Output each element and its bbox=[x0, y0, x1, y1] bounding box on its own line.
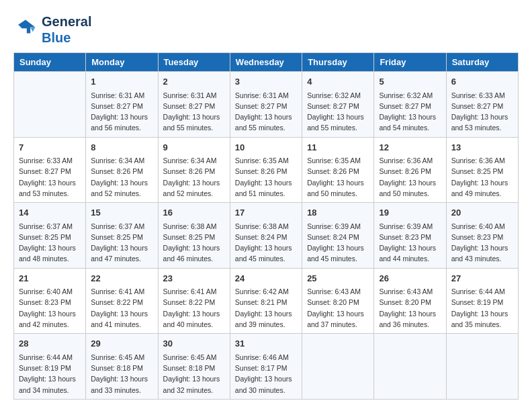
day-number: 24 bbox=[235, 272, 297, 285]
day-number: 2 bbox=[163, 75, 225, 89]
day-number: 18 bbox=[307, 206, 369, 220]
day-cell: 8Sunrise: 6:34 AMSunset: 8:26 PMDaylight… bbox=[86, 137, 158, 203]
day-cell: 15Sunrise: 6:37 AMSunset: 8:25 PMDayligh… bbox=[86, 203, 158, 269]
day-info: Sunrise: 6:42 AMSunset: 8:21 PMDaylight:… bbox=[235, 286, 297, 330]
col-header-saturday: Saturday bbox=[446, 53, 518, 72]
page-header: General Blue bbox=[13, 13, 519, 46]
day-info: Sunrise: 6:39 AMSunset: 8:23 PMDaylight:… bbox=[379, 221, 441, 265]
day-info: Sunrise: 6:41 AMSunset: 8:22 PMDaylight:… bbox=[91, 286, 152, 330]
day-number: 13 bbox=[451, 141, 513, 154]
day-info: Sunrise: 6:34 AMSunset: 8:26 PMDaylight:… bbox=[163, 155, 225, 199]
day-number: 17 bbox=[235, 206, 297, 220]
day-cell: 25Sunrise: 6:43 AMSunset: 8:20 PMDayligh… bbox=[302, 268, 374, 334]
day-cell bbox=[374, 334, 446, 400]
day-number: 8 bbox=[91, 141, 152, 154]
day-cell bbox=[302, 334, 374, 400]
day-number: 23 bbox=[163, 272, 225, 285]
col-header-wednesday: Wednesday bbox=[230, 53, 302, 72]
day-info: Sunrise: 6:40 AMSunset: 8:23 PMDaylight:… bbox=[19, 286, 81, 330]
day-info: Sunrise: 6:36 AMSunset: 8:26 PMDaylight:… bbox=[379, 155, 441, 199]
day-number: 11 bbox=[307, 141, 369, 154]
day-info: Sunrise: 6:35 AMSunset: 8:26 PMDaylight:… bbox=[235, 155, 297, 199]
day-info: Sunrise: 6:41 AMSunset: 8:22 PMDaylight:… bbox=[163, 286, 225, 330]
day-info: Sunrise: 6:32 AMSunset: 8:27 PMDaylight:… bbox=[379, 90, 441, 134]
day-info: Sunrise: 6:38 AMSunset: 8:25 PMDaylight:… bbox=[163, 221, 225, 265]
day-cell: 10Sunrise: 6:35 AMSunset: 8:26 PMDayligh… bbox=[230, 137, 302, 203]
col-header-friday: Friday bbox=[374, 53, 446, 72]
day-number: 15 bbox=[91, 206, 152, 220]
day-info: Sunrise: 6:36 AMSunset: 8:25 PMDaylight:… bbox=[451, 155, 513, 199]
day-info: Sunrise: 6:46 AMSunset: 8:17 PMDaylight:… bbox=[235, 352, 297, 396]
day-cell: 11Sunrise: 6:35 AMSunset: 8:26 PMDayligh… bbox=[302, 137, 374, 203]
day-cell: 7Sunrise: 6:33 AMSunset: 8:27 PMDaylight… bbox=[14, 137, 86, 203]
day-cell: 22Sunrise: 6:41 AMSunset: 8:22 PMDayligh… bbox=[86, 268, 158, 334]
day-info: Sunrise: 6:31 AMSunset: 8:27 PMDaylight:… bbox=[163, 90, 225, 134]
day-number: 9 bbox=[163, 141, 225, 154]
day-cell: 6Sunrise: 6:33 AMSunset: 8:27 PMDaylight… bbox=[446, 72, 518, 138]
day-info: Sunrise: 6:35 AMSunset: 8:26 PMDaylight:… bbox=[307, 155, 369, 199]
day-number: 7 bbox=[19, 141, 81, 154]
day-cell: 30Sunrise: 6:45 AMSunset: 8:18 PMDayligh… bbox=[158, 334, 230, 400]
day-info: Sunrise: 6:45 AMSunset: 8:18 PMDaylight:… bbox=[163, 352, 225, 396]
week-row-4: 21Sunrise: 6:40 AMSunset: 8:23 PMDayligh… bbox=[14, 268, 519, 334]
day-number: 5 bbox=[379, 75, 441, 89]
day-number: 30 bbox=[163, 337, 225, 351]
day-number: 6 bbox=[451, 75, 513, 89]
week-row-1: 1Sunrise: 6:31 AMSunset: 8:27 PMDaylight… bbox=[14, 72, 519, 138]
day-number: 3 bbox=[235, 75, 297, 89]
day-info: Sunrise: 6:39 AMSunset: 8:24 PMDaylight:… bbox=[307, 221, 369, 265]
day-info: Sunrise: 6:37 AMSunset: 8:25 PMDaylight:… bbox=[19, 221, 81, 265]
day-cell: 2Sunrise: 6:31 AMSunset: 8:27 PMDaylight… bbox=[158, 72, 230, 138]
day-number: 29 bbox=[91, 337, 152, 351]
col-header-tuesday: Tuesday bbox=[158, 53, 230, 72]
day-info: Sunrise: 6:33 AMSunset: 8:27 PMDaylight:… bbox=[19, 155, 81, 199]
day-info: Sunrise: 6:40 AMSunset: 8:23 PMDaylight:… bbox=[451, 221, 513, 265]
day-info: Sunrise: 6:45 AMSunset: 8:18 PMDaylight:… bbox=[91, 352, 152, 396]
day-number: 31 bbox=[235, 337, 297, 351]
day-cell: 12Sunrise: 6:36 AMSunset: 8:26 PMDayligh… bbox=[374, 137, 446, 203]
day-info: Sunrise: 6:43 AMSunset: 8:20 PMDaylight:… bbox=[307, 286, 369, 330]
day-info: Sunrise: 6:43 AMSunset: 8:20 PMDaylight:… bbox=[379, 286, 441, 330]
day-number: 22 bbox=[91, 272, 152, 285]
calendar-table: SundayMondayTuesdayWednesdayThursdayFrid… bbox=[13, 52, 519, 400]
day-cell: 4Sunrise: 6:32 AMSunset: 8:27 PMDaylight… bbox=[302, 72, 374, 138]
day-info: Sunrise: 6:34 AMSunset: 8:26 PMDaylight:… bbox=[91, 155, 152, 199]
day-cell: 24Sunrise: 6:42 AMSunset: 8:21 PMDayligh… bbox=[230, 268, 302, 334]
day-info: Sunrise: 6:44 AMSunset: 8:19 PMDaylight:… bbox=[451, 286, 513, 330]
day-cell: 27Sunrise: 6:44 AMSunset: 8:19 PMDayligh… bbox=[446, 268, 518, 334]
day-cell: 26Sunrise: 6:43 AMSunset: 8:20 PMDayligh… bbox=[374, 268, 446, 334]
day-cell: 21Sunrise: 6:40 AMSunset: 8:23 PMDayligh… bbox=[14, 268, 86, 334]
day-cell: 29Sunrise: 6:45 AMSunset: 8:18 PMDayligh… bbox=[86, 334, 158, 400]
day-cell bbox=[14, 72, 86, 138]
day-cell: 23Sunrise: 6:41 AMSunset: 8:22 PMDayligh… bbox=[158, 268, 230, 334]
day-number: 10 bbox=[235, 141, 297, 154]
col-header-monday: Monday bbox=[86, 53, 158, 72]
day-cell: 17Sunrise: 6:38 AMSunset: 8:24 PMDayligh… bbox=[230, 203, 302, 269]
day-cell: 18Sunrise: 6:39 AMSunset: 8:24 PMDayligh… bbox=[302, 203, 374, 269]
day-info: Sunrise: 6:31 AMSunset: 8:27 PMDaylight:… bbox=[91, 90, 152, 134]
day-cell: 14Sunrise: 6:37 AMSunset: 8:25 PMDayligh… bbox=[14, 203, 86, 269]
logo-text: General Blue bbox=[42, 13, 91, 46]
day-number: 25 bbox=[307, 272, 369, 285]
day-number: 14 bbox=[19, 206, 81, 220]
day-number: 20 bbox=[451, 206, 513, 220]
calendar-header-row: SundayMondayTuesdayWednesdayThursdayFrid… bbox=[14, 53, 519, 72]
day-number: 26 bbox=[379, 272, 441, 285]
day-number: 12 bbox=[379, 141, 441, 154]
day-number: 28 bbox=[19, 337, 81, 351]
col-header-thursday: Thursday bbox=[302, 53, 374, 72]
day-cell: 13Sunrise: 6:36 AMSunset: 8:25 PMDayligh… bbox=[446, 137, 518, 203]
day-number: 21 bbox=[19, 272, 81, 285]
day-cell: 9Sunrise: 6:34 AMSunset: 8:26 PMDaylight… bbox=[158, 137, 230, 203]
day-cell: 31Sunrise: 6:46 AMSunset: 8:17 PMDayligh… bbox=[230, 334, 302, 400]
day-info: Sunrise: 6:38 AMSunset: 8:24 PMDaylight:… bbox=[235, 221, 297, 265]
logo: General Blue bbox=[13, 13, 91, 46]
col-header-sunday: Sunday bbox=[14, 53, 86, 72]
day-cell: 19Sunrise: 6:39 AMSunset: 8:23 PMDayligh… bbox=[374, 203, 446, 269]
day-cell: 3Sunrise: 6:31 AMSunset: 8:27 PMDaylight… bbox=[230, 72, 302, 138]
day-cell: 1Sunrise: 6:31 AMSunset: 8:27 PMDaylight… bbox=[86, 72, 158, 138]
week-row-3: 14Sunrise: 6:37 AMSunset: 8:25 PMDayligh… bbox=[14, 203, 519, 269]
day-number: 27 bbox=[451, 272, 513, 285]
logo-icon bbox=[13, 17, 38, 42]
day-info: Sunrise: 6:33 AMSunset: 8:27 PMDaylight:… bbox=[451, 90, 513, 134]
